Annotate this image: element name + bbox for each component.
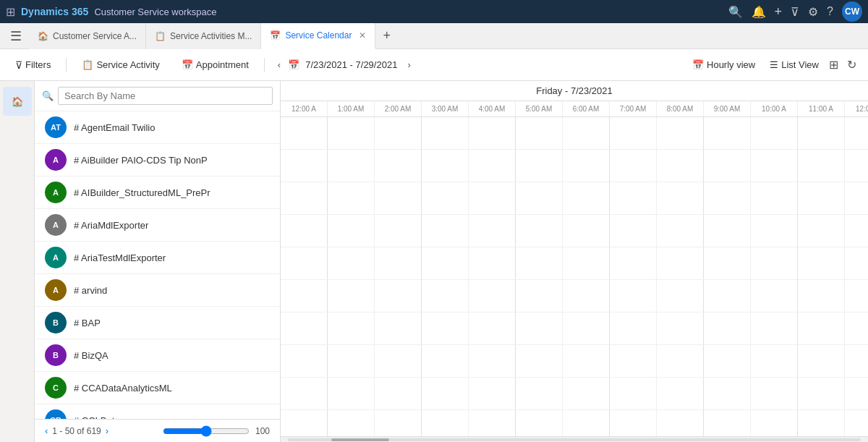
calendar-cell[interactable] bbox=[469, 410, 516, 436]
calendar-cell[interactable] bbox=[704, 345, 751, 377]
horizontal-scrollbar[interactable] bbox=[281, 436, 868, 442]
zoom-slider[interactable] bbox=[163, 425, 250, 437]
calendar-cell[interactable] bbox=[704, 150, 751, 182]
add-icon[interactable]: + bbox=[775, 4, 783, 20]
calendar-cell[interactable] bbox=[469, 117, 516, 149]
calendar-cell[interactable] bbox=[798, 378, 845, 409]
calendar-cell[interactable] bbox=[845, 150, 868, 182]
calendar-cell[interactable] bbox=[281, 410, 328, 436]
calendar-cell[interactable] bbox=[845, 117, 868, 149]
list-item[interactable]: A # AriaTestMdlExporter bbox=[35, 242, 280, 274]
calendar-cell[interactable] bbox=[375, 247, 422, 279]
calendar-cell[interactable] bbox=[798, 150, 845, 182]
calendar-cell[interactable] bbox=[516, 247, 563, 279]
calendar-cell[interactable] bbox=[798, 117, 845, 149]
calendar-cell[interactable] bbox=[798, 247, 845, 279]
calendar-cell[interactable] bbox=[751, 280, 798, 312]
calendar-cell[interactable] bbox=[657, 215, 704, 247]
calendar-cell[interactable] bbox=[704, 215, 751, 247]
notification-icon[interactable]: 🔔 bbox=[752, 5, 766, 19]
calendar-cell[interactable] bbox=[751, 247, 798, 279]
calendar-cell[interactable] bbox=[516, 378, 563, 409]
calendar-cell[interactable] bbox=[469, 378, 516, 409]
calendar-cell[interactable] bbox=[751, 150, 798, 182]
calendar-cell[interactable] bbox=[798, 215, 845, 247]
calendar-cell[interactable] bbox=[563, 313, 610, 344]
calendar-cell[interactable] bbox=[375, 150, 422, 182]
calendar-cell[interactable] bbox=[704, 182, 751, 214]
calendar-cell[interactable] bbox=[469, 280, 516, 312]
settings-icon[interactable]: ⚙ bbox=[808, 5, 818, 19]
calendar-cell[interactable] bbox=[610, 215, 657, 247]
calendar-cell[interactable] bbox=[845, 410, 868, 436]
calendar-cell[interactable] bbox=[704, 117, 751, 149]
calendar-cell[interactable] bbox=[516, 345, 563, 377]
calendar-cell[interactable] bbox=[610, 280, 657, 312]
calendar-cell[interactable] bbox=[422, 247, 469, 279]
calendar-cell[interactable] bbox=[751, 182, 798, 214]
calendar-cell[interactable] bbox=[469, 150, 516, 182]
calendar-cell[interactable] bbox=[657, 182, 704, 214]
list-item[interactable]: B # BAP bbox=[35, 307, 280, 339]
calendar-cell[interactable] bbox=[516, 215, 563, 247]
calendar-cell[interactable] bbox=[422, 313, 469, 344]
calendar-cell[interactable] bbox=[751, 215, 798, 247]
calendar-cell[interactable] bbox=[610, 117, 657, 149]
calendar-cell[interactable] bbox=[563, 247, 610, 279]
calendar-cell[interactable] bbox=[845, 345, 868, 377]
list-view-button[interactable]: ☰ List View bbox=[765, 56, 823, 73]
calendar-cell[interactable] bbox=[610, 410, 657, 436]
list-item[interactable]: A # AIBuilder_StructuredML_PrePr bbox=[35, 177, 280, 209]
calendar-cell[interactable] bbox=[375, 378, 422, 409]
calendar-cell[interactable] bbox=[704, 280, 751, 312]
prev-date-button[interactable]: ‹ bbox=[273, 56, 285, 73]
calendar-cell[interactable] bbox=[422, 117, 469, 149]
calendar-cell[interactable] bbox=[845, 182, 868, 214]
calendar-cell[interactable] bbox=[845, 247, 868, 279]
calendar-cell[interactable] bbox=[563, 215, 610, 247]
calendar-cell[interactable] bbox=[751, 117, 798, 149]
calendar-cell[interactable] bbox=[375, 410, 422, 436]
calendar-cell[interactable] bbox=[563, 410, 610, 436]
calendar-cell[interactable] bbox=[281, 117, 328, 149]
calendar-cell[interactable] bbox=[845, 280, 868, 312]
calendar-cell[interactable] bbox=[281, 247, 328, 279]
calendar-cell[interactable] bbox=[657, 117, 704, 149]
filter-icon[interactable]: ⊽ bbox=[791, 5, 799, 19]
calendar-cell[interactable] bbox=[610, 150, 657, 182]
list-item[interactable]: C # CCADataAnalyticsML bbox=[35, 372, 280, 404]
calendar-cell[interactable] bbox=[469, 345, 516, 377]
calendar-cell[interactable] bbox=[563, 280, 610, 312]
calendar-cell[interactable] bbox=[657, 378, 704, 409]
calendar-cell[interactable] bbox=[516, 280, 563, 312]
calendar-cell[interactable] bbox=[328, 182, 375, 214]
calendar-cell[interactable] bbox=[375, 215, 422, 247]
calendar-cell[interactable] bbox=[328, 345, 375, 377]
calendar-cell[interactable] bbox=[845, 215, 868, 247]
calendar-cell[interactable] bbox=[469, 182, 516, 214]
calendar-cell[interactable] bbox=[798, 345, 845, 377]
time-grid-wrapper[interactable]: 12:00 A1:00 AM2:00 AM3:00 AM4:00 AM5:00 … bbox=[281, 101, 868, 436]
appointment-button[interactable]: 📅 Appointment bbox=[175, 56, 255, 74]
calendar-cell[interactable] bbox=[469, 313, 516, 344]
calendar-cell[interactable] bbox=[657, 345, 704, 377]
calendar-cell[interactable] bbox=[422, 150, 469, 182]
calendar-cell[interactable] bbox=[657, 150, 704, 182]
list-item[interactable]: A # AriaMdlExporter bbox=[35, 209, 280, 242]
calendar-cell[interactable] bbox=[845, 378, 868, 409]
tab-menu-button[interactable]: ☰ bbox=[3, 28, 29, 44]
tab-service-calendar[interactable]: 📅 Service Calendar ✕ bbox=[261, 23, 375, 49]
calendar-cell[interactable] bbox=[422, 182, 469, 214]
tab-customer-service[interactable]: 🏠 Customer Service A... bbox=[29, 23, 146, 49]
calendar-cell[interactable] bbox=[845, 313, 868, 344]
calendar-cell[interactable] bbox=[657, 280, 704, 312]
tab-close-button[interactable]: ✕ bbox=[359, 30, 366, 41]
calendar-cell[interactable] bbox=[563, 345, 610, 377]
calendar-cell[interactable] bbox=[610, 345, 657, 377]
add-tab-button[interactable]: + bbox=[375, 28, 398, 43]
calendar-cell[interactable] bbox=[798, 280, 845, 312]
calendar-cell[interactable] bbox=[610, 313, 657, 344]
calendar-cell[interactable] bbox=[751, 345, 798, 377]
calendar-cell[interactable] bbox=[281, 280, 328, 312]
search-input[interactable] bbox=[58, 87, 273, 105]
